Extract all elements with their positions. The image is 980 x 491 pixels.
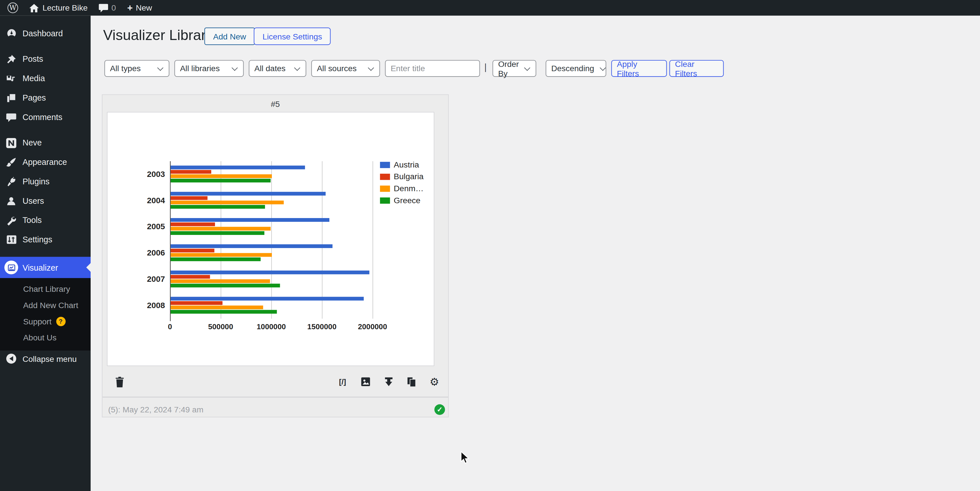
- delete-chart-button[interactable]: [113, 375, 126, 389]
- page-title: Visualizer Library: [103, 27, 213, 44]
- comments-count: 0: [111, 3, 116, 13]
- chart-card-title: #5: [103, 100, 448, 109]
- direction-select[interactable]: Descending: [546, 60, 606, 77]
- wordpress-logo-icon: W: [8, 3, 18, 13]
- bar-austria: [171, 244, 332, 248]
- chevron-down-icon: [600, 64, 606, 71]
- sidebar-item-appearance[interactable]: Appearance: [0, 153, 91, 172]
- bar-greece: [171, 179, 271, 182]
- gridline: [372, 161, 373, 319]
- legend-label: Greece: [394, 195, 420, 205]
- collapse-arrow-icon: [6, 354, 16, 364]
- media-icon: [0, 73, 22, 83]
- legend-label: Denm…: [394, 184, 423, 193]
- bar-denm: [171, 174, 272, 178]
- chevron-down-icon: [232, 64, 238, 71]
- chevron-down-icon: [524, 64, 531, 71]
- sidebar-item-settings[interactable]: Settings: [0, 230, 91, 249]
- pages-icon: [0, 93, 22, 103]
- sidebar-item-tools[interactable]: Tools: [0, 211, 91, 230]
- new-content-menu[interactable]: + New: [121, 0, 158, 16]
- card-divider: [103, 397, 448, 397]
- collapse-menu-button[interactable]: Collapse menu: [0, 350, 91, 367]
- bar-denm: [171, 279, 270, 283]
- status-check-icon: ✓: [434, 404, 445, 415]
- legend-swatch: [380, 186, 390, 192]
- brush-icon: [0, 157, 22, 167]
- wrench-icon: [0, 215, 22, 225]
- legend-swatch: [380, 197, 390, 204]
- site-name-link[interactable]: Lecture Bike: [24, 0, 93, 16]
- chart-card-actions: [/] ⚙: [103, 375, 448, 390]
- library-filter-select[interactable]: All libraries: [174, 60, 244, 77]
- title-search-input[interactable]: Enter title: [385, 60, 480, 77]
- submenu-chart-library[interactable]: Chart Library: [0, 281, 91, 297]
- bar-bulgaria: [171, 170, 211, 174]
- legend-swatch: [380, 174, 390, 180]
- sidebar-item-users[interactable]: Users: [0, 191, 91, 211]
- wordpress-admin-page: W Lecture Bike 0 + New Dashboard: [0, 0, 980, 491]
- category-label: 2005: [127, 222, 165, 231]
- submenu-about-us[interactable]: About Us: [0, 329, 91, 346]
- category-label: 2006: [127, 248, 165, 257]
- chart-settings-button[interactable]: ⚙: [427, 375, 441, 389]
- dashboard-icon: [0, 28, 22, 38]
- bar-greece: [171, 284, 280, 288]
- question-badge-icon: ?: [56, 316, 65, 326]
- submenu-add-new-chart[interactable]: Add New Chart: [0, 297, 91, 313]
- home-icon: [29, 3, 39, 12]
- type-filter-select[interactable]: All types: [104, 60, 169, 77]
- sidebar-item-media[interactable]: Media: [0, 68, 91, 88]
- category-label: 2004: [127, 195, 165, 205]
- bar-austria: [171, 192, 326, 195]
- x-tick-label: 1500000: [297, 323, 347, 331]
- bar-denm: [171, 201, 284, 204]
- chart-meta-date: (5): May 22, 2024 7:49 am: [108, 405, 203, 415]
- apply-filters-button[interactable]: Apply Filters: [611, 60, 667, 77]
- date-filter-select[interactable]: All dates: [249, 60, 306, 77]
- order-by-select[interactable]: Order By: [493, 60, 536, 77]
- license-settings-button[interactable]: License Settings: [254, 27, 331, 45]
- sidebar-item-dashboard[interactable]: Dashboard: [0, 24, 91, 43]
- chart-canvas: 0500000100000015000002000000200320042005…: [107, 112, 434, 366]
- download-icon: [385, 377, 393, 387]
- sidebar-item-pages[interactable]: Pages: [0, 88, 91, 108]
- export-image-button[interactable]: [359, 375, 372, 389]
- legend-swatch: [380, 162, 390, 168]
- add-new-button[interactable]: Add New: [204, 27, 255, 45]
- legend-label: Austria: [394, 160, 419, 170]
- bar-bulgaria: [171, 275, 210, 279]
- source-filter-select[interactable]: All sources: [311, 60, 380, 77]
- download-button[interactable]: [382, 375, 396, 389]
- bar-greece: [171, 257, 261, 261]
- plus-icon: +: [127, 3, 133, 13]
- gridline: [221, 161, 221, 319]
- sliders-icon: [0, 234, 22, 245]
- image-icon: [361, 377, 371, 387]
- x-tick-label: 1000000: [246, 323, 296, 331]
- sidebar-item-comments[interactable]: Comments: [0, 108, 91, 127]
- sidebar-item-plugins[interactable]: Plugins: [0, 172, 91, 191]
- sidebar-item-visualizer[interactable]: Visualizer: [0, 257, 91, 278]
- sidebar-item-neve[interactable]: Neve: [0, 133, 91, 153]
- wordpress-logo-menu[interactable]: W: [0, 0, 24, 16]
- bar-denm: [171, 227, 271, 230]
- sidebar-item-posts[interactable]: Posts: [0, 49, 91, 69]
- admin-sidebar: Dashboard Posts Media Pages Comm: [0, 16, 91, 491]
- new-label: New: [136, 3, 152, 13]
- clone-chart-button[interactable]: [404, 375, 418, 389]
- bar-bulgaria: [171, 249, 215, 253]
- bar-bulgaria: [171, 301, 223, 305]
- submenu-support[interactable]: Support ?: [0, 313, 91, 329]
- bar-austria: [171, 218, 329, 222]
- clear-filters-button[interactable]: Clear Filters: [669, 60, 724, 77]
- legend-label: Bulgaria: [394, 172, 423, 181]
- admin-bar: W Lecture Bike 0 + New: [0, 0, 980, 16]
- pin-icon: [0, 54, 22, 64]
- comments-admin-link[interactable]: 0: [93, 0, 121, 16]
- x-tick-label: 0: [145, 323, 195, 331]
- filters-bar: All types All libraries All dates All so…: [91, 60, 980, 77]
- category-label: 2003: [127, 169, 165, 179]
- bar-denm: [171, 305, 263, 309]
- shortcode-button[interactable]: [/]: [336, 375, 349, 389]
